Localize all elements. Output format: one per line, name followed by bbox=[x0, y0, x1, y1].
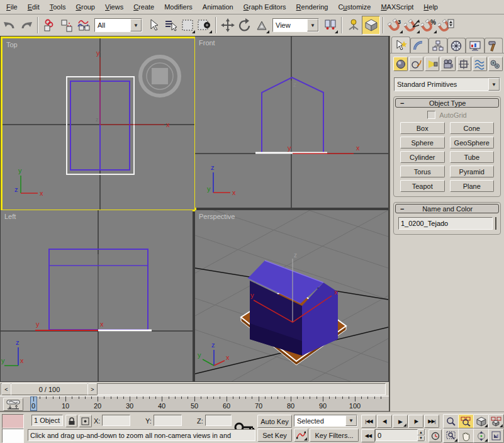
previous-frame-arrow-button[interactable]: < bbox=[1, 383, 11, 395]
category-systems-button[interactable] bbox=[488, 57, 503, 71]
menu-file[interactable]: File bbox=[1, 1, 23, 13]
select-and-link-icon[interactable] bbox=[41, 16, 58, 34]
category-cameras-button[interactable] bbox=[440, 57, 455, 71]
chevron-down-icon[interactable]: ▼ bbox=[345, 415, 357, 426]
tab-hierarchy[interactable] bbox=[428, 38, 447, 53]
zoom-button[interactable] bbox=[443, 414, 459, 429]
category-lights-button[interactable] bbox=[425, 57, 439, 71]
next-frame-button[interactable]: |▶ bbox=[408, 415, 423, 428]
track-bar[interactable]: 0102030405060708090100 bbox=[0, 396, 389, 412]
go-to-end-button[interactable]: ▶▶| bbox=[424, 415, 439, 428]
undo-button[interactable] bbox=[1, 16, 18, 34]
viewport-perspective-label[interactable]: Perspective bbox=[199, 213, 235, 220]
absolute-offset-toggle[interactable] bbox=[79, 415, 92, 427]
play-animation-button[interactable]: ▶ bbox=[393, 415, 408, 428]
autogrid-checkbox[interactable] bbox=[427, 111, 435, 119]
redo-button[interactable] bbox=[18, 16, 35, 34]
object-type-teapot-button[interactable]: Teapot bbox=[400, 180, 445, 192]
key-mode-toggle-button[interactable]: ◀◀ bbox=[361, 429, 375, 442]
arc-rotate-button[interactable] bbox=[473, 429, 489, 443]
object-type-tube-button[interactable]: Tube bbox=[450, 151, 495, 163]
menu-group[interactable]: Group bbox=[70, 1, 100, 13]
use-pivot-center-button[interactable] bbox=[322, 16, 339, 34]
primitives-category-dropdown[interactable]: Standard Primitives ▼ bbox=[394, 77, 500, 91]
default-tangent-curve-button[interactable] bbox=[294, 429, 308, 442]
menu-animation[interactable]: Animation bbox=[198, 1, 238, 13]
chevron-down-icon[interactable]: ▼ bbox=[307, 19, 318, 31]
selection-filter-dropdown[interactable]: All ▼ bbox=[94, 18, 142, 32]
category-shapes-button[interactable] bbox=[409, 57, 423, 71]
pan-hand-button[interactable] bbox=[458, 429, 474, 443]
menu-graph-editors[interactable]: Graph Editors bbox=[238, 1, 291, 13]
key-filters-button[interactable]: Key Filters... bbox=[310, 429, 359, 442]
object-type-torus-button[interactable]: Torus bbox=[400, 165, 445, 177]
bind-to-spacewarp-icon[interactable] bbox=[75, 16, 92, 34]
menu-customize[interactable]: Customize bbox=[333, 1, 376, 13]
x-coordinate-field[interactable] bbox=[102, 415, 130, 426]
object-type-cone-button[interactable]: Cone bbox=[450, 122, 495, 134]
object-type-sphere-button[interactable]: Sphere bbox=[400, 137, 445, 149]
menu-tools[interactable]: Tools bbox=[45, 1, 71, 13]
object-type-pyramid-button[interactable]: Pyramid bbox=[450, 165, 495, 177]
house-object-front-wire[interactable] bbox=[262, 77, 323, 154]
select-object-button[interactable] bbox=[145, 16, 162, 34]
menu-views[interactable]: Views bbox=[100, 1, 128, 13]
rectangular-selection-region-button[interactable] bbox=[179, 16, 196, 34]
percent-snap-magnet-button[interactable]: % bbox=[420, 16, 437, 34]
menu-rendering[interactable]: Rendering bbox=[291, 1, 333, 13]
select-and-scale-button[interactable] bbox=[253, 16, 270, 34]
spinner-up-icon[interactable]: ▲ bbox=[417, 429, 425, 435]
tab-create[interactable] bbox=[391, 36, 410, 53]
menu-edit[interactable]: Edit bbox=[23, 1, 45, 13]
snap-3d-magnet-button[interactable]: 3 bbox=[386, 16, 403, 34]
viewport-left-label[interactable]: Left bbox=[4, 213, 16, 220]
time-configuration-button[interactable] bbox=[428, 429, 442, 442]
chevron-down-icon[interactable]: ▼ bbox=[488, 78, 500, 91]
viewport-front-label[interactable]: Front bbox=[199, 39, 215, 47]
zoom-all-button[interactable] bbox=[458, 414, 474, 429]
category-geometry-button[interactable] bbox=[393, 57, 408, 71]
menu-help[interactable]: Help bbox=[418, 1, 443, 13]
menu-create[interactable]: Create bbox=[128, 1, 159, 13]
select-and-manipulate-button[interactable] bbox=[345, 16, 362, 34]
select-and-move-button[interactable] bbox=[219, 16, 236, 34]
spinner-down-icon[interactable]: ▼ bbox=[417, 435, 425, 442]
tab-motion[interactable] bbox=[447, 38, 466, 53]
previous-frame-button[interactable]: ◀| bbox=[377, 415, 392, 428]
selection-lock-toggle[interactable] bbox=[65, 415, 77, 427]
auto-key-button[interactable]: Auto Key bbox=[257, 415, 292, 428]
object-type-cylinder-button[interactable]: Cylinder bbox=[400, 151, 445, 163]
window-crossing-toggle-button[interactable] bbox=[196, 16, 213, 34]
category-spacewarps-button[interactable] bbox=[473, 57, 487, 71]
object-name-input[interactable] bbox=[398, 217, 493, 230]
menu-maxscript[interactable]: MAXScript bbox=[376, 1, 418, 13]
tab-display[interactable] bbox=[466, 38, 484, 53]
viewport-top[interactable]: y x z y x z Top bbox=[1, 36, 196, 211]
select-and-rotate-button[interactable] bbox=[236, 16, 253, 34]
select-by-name-button[interactable] bbox=[162, 16, 179, 34]
go-to-start-button[interactable]: |◀◀ bbox=[361, 415, 376, 428]
unlink-selection-icon[interactable] bbox=[58, 16, 75, 34]
key-mode-dropdown[interactable]: Selected ▼ bbox=[294, 415, 357, 427]
category-helpers-button[interactable] bbox=[457, 57, 471, 71]
menu-modifiers[interactable]: Modifiers bbox=[159, 1, 198, 13]
frame-spinner[interactable]: ▲ ▼ bbox=[417, 429, 425, 441]
open-mini-curve-editor-button[interactable] bbox=[3, 398, 23, 411]
object-type-geosphere-button[interactable]: GeoSphere bbox=[450, 137, 495, 149]
z-coordinate-field[interactable] bbox=[205, 415, 232, 426]
object-type-rollout-header[interactable]: − Object Type bbox=[395, 98, 499, 108]
set-key-button[interactable]: Set Key bbox=[257, 429, 292, 442]
min-max-toggle-button[interactable] bbox=[488, 429, 504, 443]
angle-snap-magnet-button[interactable] bbox=[403, 16, 420, 34]
viewport-left[interactable]: y x z y x Left bbox=[1, 210, 193, 381]
maxscript-listener-white[interactable] bbox=[2, 429, 24, 443]
region-zoom-button[interactable] bbox=[443, 429, 459, 443]
y-coordinate-field[interactable] bbox=[154, 415, 182, 426]
zoom-extents-button[interactable] bbox=[473, 414, 489, 429]
reference-coordinate-dropdown[interactable]: View ▼ bbox=[272, 18, 319, 32]
chevron-down-icon[interactable]: ▼ bbox=[130, 19, 142, 31]
next-frame-arrow-button[interactable]: > bbox=[87, 383, 98, 395]
name-color-rollout-header[interactable]: − Name and Color bbox=[395, 204, 499, 213]
snaps-toggle-button[interactable] bbox=[362, 16, 380, 35]
viewport-front[interactable]: y x z z x y Front bbox=[195, 36, 388, 208]
